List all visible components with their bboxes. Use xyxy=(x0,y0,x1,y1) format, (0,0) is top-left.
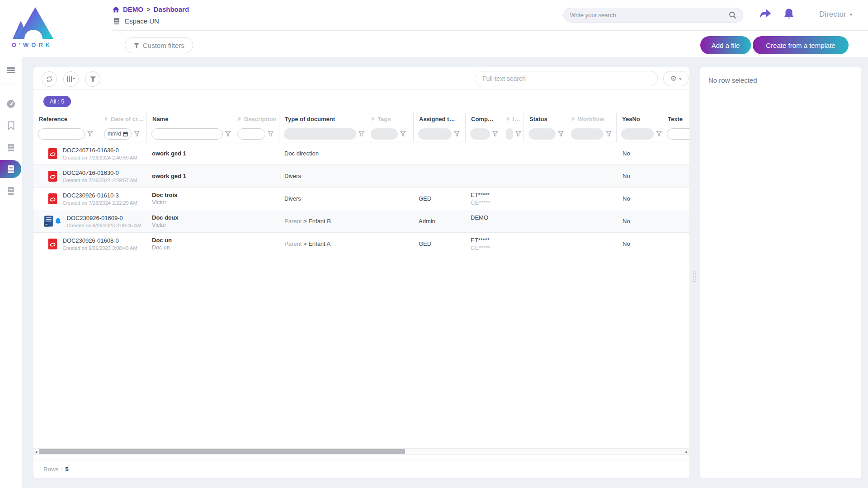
sidebar-item-documents-active[interactable] xyxy=(0,160,21,178)
document-name: owork ged 1 xyxy=(152,150,279,157)
assigned-filter-disabled[interactable] xyxy=(418,128,452,140)
filter-icon[interactable] xyxy=(359,131,364,136)
pdf-file-icon xyxy=(48,193,57,205)
column-header-reference[interactable]: Reference xyxy=(33,113,99,125)
no-row-selected-message: No row selected xyxy=(708,76,853,84)
table-row[interactable]: DOC240716-01636-0 Created on 7/16/2024 2… xyxy=(33,142,689,165)
scrollbar-thumb[interactable] xyxy=(39,449,405,454)
table-row[interactable]: DOC240716-01630-0 Created on 7/16/2024 2… xyxy=(33,165,689,188)
reference-filter-input[interactable] xyxy=(38,128,85,140)
app-logo[interactable]: O'WORK xyxy=(7,4,57,53)
type-filter-disabled[interactable] xyxy=(284,128,356,140)
description-filter-input[interactable] xyxy=(237,128,265,140)
notifications-bell-icon[interactable] xyxy=(783,8,795,20)
filter-icon[interactable] xyxy=(558,131,564,136)
document-type: > Enfant A xyxy=(303,240,330,247)
filter-type-of-document xyxy=(279,125,366,142)
document-name-sub: Victor xyxy=(152,222,279,228)
filter-assigned xyxy=(413,125,465,142)
workspace-name: Espace UN xyxy=(125,17,159,25)
tags-filter-disabled[interactable] xyxy=(371,128,398,140)
document-reference: DOC230926-01610-3 xyxy=(62,192,137,199)
filter-icon[interactable] xyxy=(656,131,662,136)
document-name: Doc trois xyxy=(152,192,279,198)
columns-icon xyxy=(66,76,75,82)
create-from-template-button[interactable]: Create from a template xyxy=(753,36,849,54)
filter-icon[interactable] xyxy=(606,131,612,136)
status-filter-disabled[interactable] xyxy=(528,128,556,140)
filter-icon[interactable] xyxy=(400,131,406,136)
column-header-workflow[interactable]: Workflow xyxy=(566,113,616,125)
workspace-label: Espace UN xyxy=(113,17,159,25)
texte-filter-input[interactable] xyxy=(667,128,689,140)
horizontal-scrollbar[interactable]: ◄ ► xyxy=(33,448,689,455)
column-header-date-of-creation[interactable]: Date of cr… xyxy=(99,113,146,125)
column-header-name[interactable]: Name xyxy=(146,113,233,125)
document-name-sub: Victor xyxy=(152,199,279,206)
svg-text:w: w xyxy=(45,223,48,226)
filter-icon[interactable] xyxy=(492,131,498,136)
word-file-icon: w xyxy=(44,216,53,227)
sidebar-toggle-button[interactable] xyxy=(0,57,22,84)
filter-icon[interactable] xyxy=(87,131,93,136)
filter-icon[interactable] xyxy=(515,131,521,136)
home-icon[interactable] xyxy=(112,6,120,13)
column-header-texte[interactable]: Texte xyxy=(662,113,689,125)
workflow-filter-disabled[interactable] xyxy=(571,128,604,140)
company-filter-disabled[interactable] xyxy=(470,128,490,140)
refresh-button[interactable] xyxy=(42,71,57,87)
filter-icon[interactable] xyxy=(268,131,274,136)
share-icon[interactable] xyxy=(759,8,772,21)
all-rows-badge[interactable]: All : 5 xyxy=(43,96,71,107)
column-header-yesno[interactable]: YesNo xyxy=(616,113,662,125)
scroll-right-arrow-icon[interactable]: ► xyxy=(684,449,689,455)
date-filter-input[interactable]: mm/d xyxy=(104,128,132,140)
table-row[interactable]: w DOC230926-01609-0 Created on 9/26/2023… xyxy=(33,210,689,233)
sidebar-item-dashboard[interactable] xyxy=(0,95,22,113)
column-header-tags[interactable]: Tags xyxy=(366,113,413,125)
fulltext-search-input[interactable] xyxy=(482,75,650,82)
column-header-description[interactable]: Description xyxy=(233,113,279,125)
table-row[interactable]: DOC230926-01608-0 Created on 9/26/2023 3… xyxy=(33,233,689,255)
document-reference: DOC240716-01630-0 xyxy=(62,169,137,176)
table-settings-button[interactable]: ⚙ ▾ xyxy=(663,71,689,86)
calendar-icon[interactable] xyxy=(123,131,128,136)
breadcrumb-root[interactable]: DEMO xyxy=(123,5,143,13)
company-sub: CE***** xyxy=(471,199,524,206)
book-icon xyxy=(113,18,120,25)
global-search-input[interactable] xyxy=(570,12,729,19)
name-filter-input[interactable] xyxy=(151,128,223,140)
filter-tags xyxy=(366,125,413,142)
i-filter-disabled[interactable] xyxy=(506,128,513,140)
yesno-filter-disabled[interactable] xyxy=(621,128,654,140)
view-tabs: All : 5 xyxy=(33,90,689,113)
document-name: Doc un xyxy=(152,237,279,244)
filter-icon[interactable] xyxy=(134,131,140,136)
column-header-company[interactable]: Comp… xyxy=(465,113,501,125)
filter-icon[interactable] xyxy=(454,131,460,136)
table-row[interactable]: DOC230926-01610-3 Created on 7/16/2024 2… xyxy=(33,188,689,210)
header-divider xyxy=(112,30,868,31)
search-icon[interactable] xyxy=(729,11,736,19)
sidebar-item-library-2[interactable] xyxy=(0,182,22,200)
column-header-type-of-document[interactable]: Type of document xyxy=(279,113,366,125)
panel-resize-handle[interactable] xyxy=(693,267,697,285)
filter-texte xyxy=(662,125,689,142)
document-type: Divers xyxy=(284,195,301,202)
column-header-i[interactable]: I… xyxy=(501,113,524,125)
sidebar-item-bookmarks[interactable] xyxy=(0,117,22,135)
user-role-dropdown[interactable]: Director ▾ xyxy=(819,10,852,19)
filter-icon[interactable] xyxy=(225,131,231,136)
rows-count: 5 xyxy=(65,466,69,473)
columns-button[interactable] xyxy=(63,71,79,87)
column-header-assigned-to[interactable]: Assigned t… xyxy=(413,113,465,125)
sidebar-item-library-1[interactable] xyxy=(0,138,22,156)
custom-filters-button[interactable]: Custom filters xyxy=(125,37,193,53)
scroll-left-arrow-icon[interactable]: ◄ xyxy=(33,449,39,455)
filters-button[interactable] xyxy=(85,71,100,87)
bookmark-icon xyxy=(7,121,15,130)
add-file-button[interactable]: Add a file xyxy=(700,36,751,54)
column-header-status[interactable]: Status xyxy=(524,113,566,125)
chevron-down-icon: ▾ xyxy=(850,12,853,18)
breadcrumb-current[interactable]: Dashboard xyxy=(154,5,189,13)
